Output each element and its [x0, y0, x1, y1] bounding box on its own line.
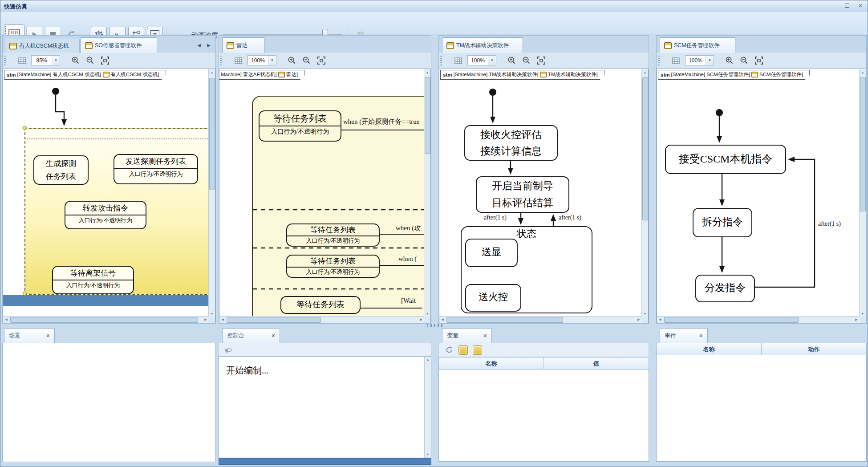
state-node[interactable]: 接受CSCM本机指令 [665, 145, 786, 174]
scroll-right-icon[interactable]: ▶ [418, 317, 424, 323]
chevron-down-icon[interactable]: ▼ [52, 56, 60, 65]
column-header-name[interactable]: 名称 [657, 343, 762, 356]
selection-handle[interactable] [23, 126, 27, 130]
refresh-variables-button[interactable] [445, 346, 453, 354]
close-tab-icon[interactable]: × [483, 333, 487, 338]
restore-icon[interactable] [844, 2, 851, 9]
splitter-handle[interactable] [427, 324, 443, 327]
tab-variables[interactable]: 变量 × [442, 328, 492, 343]
initial-state-node[interactable] [52, 88, 59, 95]
grid-toggle-button[interactable] [453, 55, 463, 66]
vertical-scrollbar[interactable]: ▲ ▼ [424, 357, 431, 458]
state-node[interactable]: 等待任务列表 入口行为/不透明行为 [286, 223, 380, 247]
scroll-down-icon[interactable]: ▼ [860, 310, 866, 317]
scroll-right-icon[interactable]: ▶ [203, 317, 209, 323]
scroll-up-icon[interactable]: ▲ [642, 69, 648, 75]
toolbar-grip[interactable] [220, 56, 222, 65]
tab-scroll-right-icon[interactable]: ▶ [205, 41, 213, 50]
tab-scroll-left-icon[interactable]: ◀ [195, 41, 203, 50]
zoom-level-select[interactable]: 100% ▼ [247, 55, 276, 65]
state-node[interactable]: 等待离架信号 入口行为/不透明行为 [52, 266, 134, 294]
scroll-down-icon[interactable]: ▼ [425, 451, 431, 458]
horizontal-scrollbar[interactable]: ◀ ▶ [657, 316, 860, 323]
tab-events[interactable]: 事件 × [660, 328, 708, 343]
diagram-canvas-cscm[interactable]: stm [StateMachine] 有人机CSCM 状态机[ 有人机CSCM … [3, 69, 215, 323]
fit-to-window-button[interactable] [536, 55, 547, 66]
diagram-canvas-scm[interactable]: stm [StateMachine] SCM任务管理软件[ SCM任务管理软件]… [657, 69, 866, 323]
tab-console[interactable]: 控制台 × [222, 328, 280, 343]
state-node[interactable]: 开启当前制导目标评估结算 [476, 176, 569, 213]
state-node[interactable]: 送显 [465, 239, 518, 267]
zoom-out-button[interactable] [739, 55, 750, 66]
zoom-level-select[interactable]: 85% ▼ [31, 55, 60, 65]
initial-state-node[interactable] [716, 109, 723, 116]
tab-radar[interactable]: 雷达 [222, 37, 264, 53]
zoom-level-select[interactable]: 100% ▼ [467, 55, 496, 65]
state-node[interactable]: 送火控 [465, 284, 521, 312]
diagram-canvas-tm[interactable]: stm [StateMachine] TM战术辅助决策软件[ TM战术辅助决策软… [439, 69, 649, 323]
diagram-canvas-radar[interactable]: Machine] 雷达AE状态机[ 雷达] 等待任务列表 入口行为/不透明行为 … [219, 69, 431, 323]
scroll-left-icon[interactable]: ◀ [219, 317, 226, 323]
toolbar-grip[interactable] [440, 56, 442, 65]
scroll-down-icon[interactable]: ▼ [209, 310, 215, 317]
scroll-down-icon[interactable]: ▼ [642, 310, 648, 317]
tab-scm-task-software[interactable]: SCM任务管理软件 [660, 37, 735, 53]
column-header-name[interactable]: 名称 [439, 357, 544, 370]
zoom-out-button[interactable] [301, 55, 312, 66]
zoom-in-button[interactable] [507, 55, 517, 66]
horizontal-scrollbar[interactable]: ◀ ▶ [219, 316, 424, 323]
vertical-scrollbar[interactable]: ▲ ▼ [641, 69, 648, 317]
state-node[interactable]: 等待任务列表 [280, 296, 361, 314]
import-variables-button[interactable] [458, 345, 468, 355]
tab-so-sensor-software[interactable]: SO传感器管理软件 [81, 37, 157, 53]
scroll-left-icon[interactable]: ◀ [657, 317, 663, 323]
zoom-out-button[interactable] [85, 55, 96, 66]
close-tab-icon[interactable]: × [272, 333, 275, 338]
clear-console-button[interactable] [224, 346, 232, 354]
scroll-left-icon[interactable]: ◀ [3, 317, 9, 323]
scroll-right-icon[interactable]: ▶ [853, 317, 860, 323]
horizontal-scrollbar[interactable]: ◀ ▶ [439, 316, 642, 323]
selection-handle[interactable] [23, 292, 27, 296]
state-node[interactable]: 等待任务列表 入口行为/不透明行为 [286, 255, 380, 278]
toolbar-grip[interactable] [658, 56, 660, 65]
column-header-action[interactable]: 动作 [762, 343, 866, 356]
scroll-left-icon[interactable]: ◀ [439, 317, 446, 323]
fit-to-window-button[interactable] [100, 55, 110, 66]
zoom-level-select[interactable]: 100% ▼ [685, 55, 714, 65]
close-tab-icon[interactable]: × [699, 333, 703, 338]
vertical-scrollbar[interactable]: ▲ ▼ [208, 69, 215, 317]
export-variables-button[interactable] [473, 345, 482, 355]
grid-toggle-button[interactable] [670, 55, 681, 66]
zoom-in-button[interactable] [287, 55, 297, 66]
state-node[interactable]: 接收火控评估接续计算信息 [464, 125, 558, 161]
tab-tm-decision-software[interactable]: TM战术辅助决策软件 [442, 37, 523, 53]
horizontal-scrollbar[interactable]: ◀ ▶ [3, 316, 209, 323]
close-icon[interactable]: × [857, 2, 864, 9]
scroll-right-icon[interactable]: ▶ [636, 317, 642, 323]
chevron-down-icon[interactable]: ▼ [268, 56, 276, 65]
scroll-up-icon[interactable]: ▲ [860, 69, 866, 75]
vertical-scrollbar[interactable]: ▲ ▼ [424, 69, 430, 317]
toolbar-grip[interactable] [4, 56, 6, 65]
state-node[interactable]: 生成探测任务列表 [33, 155, 89, 185]
zoom-in-button[interactable] [724, 55, 735, 66]
scroll-down-icon[interactable]: ▼ [424, 310, 430, 317]
zoom-out-button[interactable] [521, 55, 532, 66]
scroll-up-icon[interactable]: ▲ [425, 357, 431, 363]
chevron-down-icon[interactable]: ▼ [706, 56, 714, 65]
tab-scene[interactable]: 场景 × [4, 328, 55, 343]
grid-toggle-button[interactable] [233, 55, 243, 66]
state-node[interactable]: 分发指令 [695, 275, 755, 302]
state-node[interactable]: 发送探测任务列表 入口行为/不透明行为 [114, 154, 198, 184]
tab-cscm-statemachine[interactable]: 有人机CSCM状态机 [5, 39, 80, 53]
state-node[interactable]: 转发攻击指令 入口行为/不透明行为 [65, 201, 146, 229]
close-tab-icon[interactable]: × [46, 333, 50, 338]
scroll-up-icon[interactable]: ▲ [209, 69, 215, 75]
state-node[interactable]: 拆分指令 [693, 208, 752, 237]
column-header-value[interactable]: 值 [544, 357, 649, 370]
console-horizontal-scrollbar[interactable] [219, 458, 431, 465]
minimize-icon[interactable]: — [830, 2, 837, 9]
vertical-scrollbar[interactable]: ▲ ▼ [859, 69, 866, 317]
grid-toggle-button[interactable] [16, 55, 27, 66]
